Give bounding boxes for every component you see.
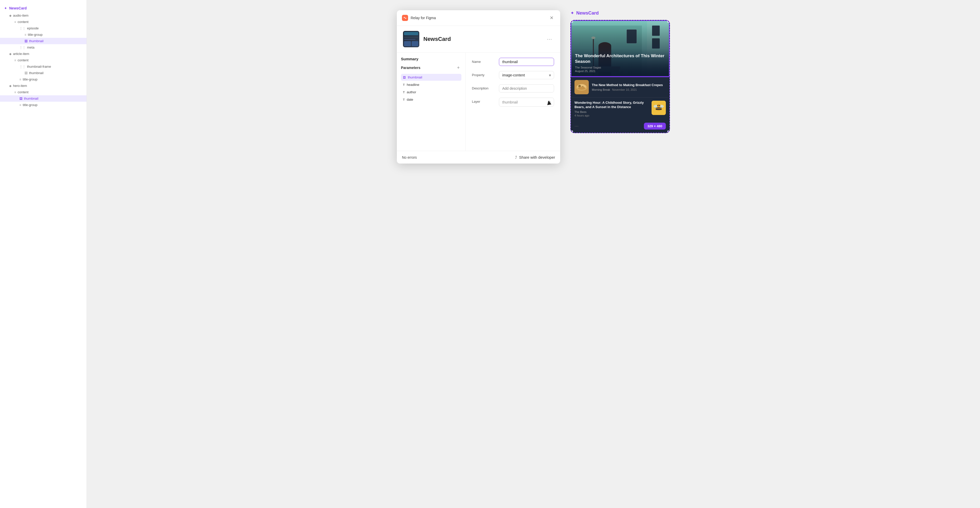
property-select[interactable]: image-content <box>499 71 554 79</box>
sidebar-item-thumbnail-frame[interactable]: ⋮⋮ thumbnail-frame <box>0 63 86 70</box>
image-param-icon: 🖼 <box>403 76 406 79</box>
component-name: NewsCard <box>423 36 451 42</box>
param-label-date: date <box>407 97 413 101</box>
svg-point-28 <box>657 105 659 106</box>
modal-right: Name Property image-content ▾ Descripti <box>466 53 560 151</box>
sidebar-item-content-1[interactable]: ≡ content <box>0 19 86 25</box>
add-param-button[interactable]: + <box>455 65 461 71</box>
article-3-thumbnail <box>652 101 666 115</box>
params-header: Parameters + <box>401 65 461 71</box>
relay-logo <box>402 15 408 21</box>
preview-title-row: ✦ NewsCard <box>570 10 599 16</box>
sidebar-label: content <box>18 90 29 94</box>
image-icon: 🖼 <box>24 39 27 43</box>
article-2-meta: Morning Break November 10, 2021 <box>592 88 666 91</box>
sidebar-label: article-item <box>13 52 29 56</box>
sidebar-item-audio-item[interactable]: ◆ audio-item <box>0 12 86 19</box>
name-field-row: Name <box>472 58 554 66</box>
article-3-time: 4 hours ago <box>574 114 649 117</box>
modal-header: Relay for Figma ✕ <box>397 10 560 26</box>
news-card-preview: The Wonderful Architectures of This Wint… <box>570 20 670 133</box>
sidebar-label: thumbnail <box>29 39 43 43</box>
article-3-source: The Bees <box>574 110 649 113</box>
sidebar-item-title-group-3[interactable]: ≡ title-group <box>0 102 86 108</box>
share-developer-button[interactable]: ⤴ Share with developer <box>515 155 555 160</box>
sidebar-item-article-item[interactable]: ◆ article-item <box>0 51 86 57</box>
bars-icon: ⋮⋮ <box>19 27 25 30</box>
article-3-headline: Wondering Hour: A Childhood Story, Grizz… <box>574 101 649 109</box>
modal-header-left: Relay for Figma <box>402 15 436 21</box>
lines-icon: ≡ <box>14 91 16 94</box>
param-item-date[interactable]: T date <box>401 96 461 103</box>
sidebar-label: hero-item <box>13 84 27 88</box>
sidebar-item-content-2[interactable]: ≡ content <box>0 57 86 63</box>
modal-footer: No errors ⤴ Share with developer <box>397 151 560 163</box>
sidebar-item-thumbnail-3[interactable]: 🖼 thumbnail <box>0 95 86 102</box>
sidebar-item-title-group-2[interactable]: ≡ title-group <box>0 76 86 83</box>
sidebar-label: content <box>18 58 29 62</box>
param-item-author[interactable]: T author <box>401 89 461 96</box>
lines-icon: ≡ <box>14 20 16 24</box>
layer-field-row: Layer thumbnail ⊕ <box>472 97 554 107</box>
description-input[interactable] <box>499 84 554 93</box>
param-label-thumbnail: thumbnail <box>408 75 422 79</box>
article-2-source: Morning Break <box>592 88 610 91</box>
text-param-icon: T <box>403 83 405 86</box>
sidebar-item-meta[interactable]: ⋮⋮ meta <box>0 44 86 51</box>
text-param-icon: T <box>403 91 405 94</box>
target-icon[interactable]: ⊕ <box>547 100 551 104</box>
sidebar-label: thumbnail <box>29 71 43 75</box>
relay-modal: Relay for Figma ✕ New <box>397 10 560 163</box>
hero-date: August 25, 2021 <box>575 70 665 73</box>
param-item-thumbnail[interactable]: 🖼 thumbnail <box>401 74 461 81</box>
diamond-icon-small: ◆ <box>9 14 11 18</box>
name-input[interactable] <box>499 58 554 66</box>
lines-icon: ≡ <box>24 33 26 37</box>
bars-icon: ⋮⋮ <box>19 65 25 69</box>
sidebar: ✦ NewsCard ◆ audio-item ≡ content ⋮⋮ epi… <box>0 0 87 508</box>
article-2: The New Method to Making Breakfast Crepe… <box>571 77 670 97</box>
hero-article: The Wonderful Architectures of This Wint… <box>571 21 670 77</box>
article-2-headline: The New Method to Making Breakfast Crepe… <box>592 83 666 87</box>
component-header-left: NewsCard <box>403 31 451 47</box>
param-item-headline[interactable]: T headline <box>401 81 461 88</box>
main-area: Relay for Figma ✕ New <box>87 0 980 508</box>
summary-title: Summary <box>401 57 461 61</box>
sidebar-label: thumbnail <box>24 97 38 101</box>
name-field-label: Name <box>472 58 495 64</box>
image-icon: 🖼 <box>19 97 22 101</box>
sidebar-item-episode[interactable]: ⋮⋮ episode <box>0 25 86 32</box>
sidebar-root-item[interactable]: ✦ NewsCard <box>0 4 86 12</box>
component-more-button[interactable]: ⋯ <box>545 35 554 43</box>
modal-close-button[interactable]: ✕ <box>548 14 555 21</box>
sidebar-item-hero-item[interactable]: ◆ hero-item <box>0 83 86 89</box>
sidebar-item-thumbnail-2[interactable]: 🖼 thumbnail <box>0 70 86 76</box>
svg-rect-24 <box>655 109 662 110</box>
preview-title: NewsCard <box>576 11 599 16</box>
sidebar-item-thumbnail-1[interactable]: 🖼 thumbnail <box>0 38 86 44</box>
article-3: Wondering Hour: A Childhood Story, Grizz… <box>571 97 670 120</box>
card-more-icon[interactable]: ⋯ <box>574 124 579 129</box>
layer-wrapper: thumbnail ⊕ <box>499 97 554 107</box>
layer-field-label: Layer <box>472 97 495 104</box>
relay-title: Relay for Figma <box>410 16 436 20</box>
article-3-info: Wondering Hour: A Childhood Story, Grizz… <box>574 101 649 117</box>
bars-icon: ⋮⋮ <box>19 46 25 50</box>
layer-value: thumbnail <box>502 100 518 104</box>
diamond-icon-small: ◆ <box>9 84 11 88</box>
share-icon: ⤴ <box>515 155 517 160</box>
description-field-row: Description <box>472 84 554 93</box>
diamond-icon-small: ◆ <box>9 52 11 56</box>
property-select-wrapper: image-content ▾ <box>499 71 554 79</box>
sidebar-label: title-group <box>23 77 38 81</box>
sidebar-label: title-group <box>28 33 43 37</box>
article-2-date: November 10, 2021 <box>612 88 637 91</box>
diamond-icon: ✦ <box>4 6 7 10</box>
sidebar-item-content-3[interactable]: ≡ content <box>0 89 86 95</box>
article-2-thumbnail <box>574 80 589 94</box>
share-label: Share with developer <box>519 155 555 160</box>
sidebar-item-title-group-1[interactable]: ≡ title-group <box>0 32 86 38</box>
text-param-icon: T <box>403 98 405 101</box>
sidebar-label: content <box>18 20 29 24</box>
sidebar-label: episode <box>27 26 39 30</box>
